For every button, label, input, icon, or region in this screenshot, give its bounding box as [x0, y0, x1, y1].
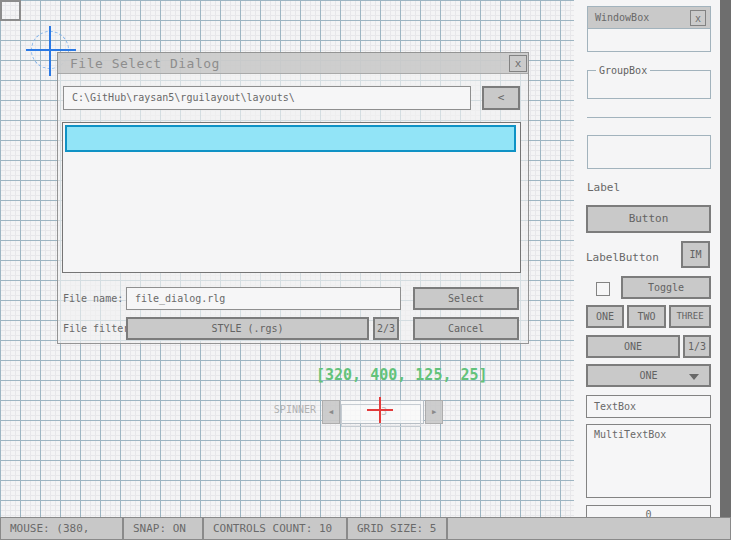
palette-line[interactable]: [587, 117, 711, 118]
file-listview[interactable]: [62, 122, 521, 273]
palette-windowbox[interactable]: WindowBox x: [587, 6, 711, 52]
palette-label[interactable]: Label: [587, 181, 620, 194]
listview-selected-item[interactable]: [65, 125, 516, 152]
status-mouse: MOUSE: (380, 410): [0, 517, 123, 540]
file-name-input[interactable]: file_dialog.rlg: [126, 287, 401, 310]
file-filter-combobox[interactable]: STYLE (.rgs): [126, 317, 369, 340]
controls-palette: WindowBox x GroupBox Label Button LabelB…: [574, 0, 720, 517]
placement-rect-readout: [320, 400, 125, 25]: [316, 366, 516, 384]
status-bar: MOUSE: (380, 410) SNAP: ON CONTROLS COUN…: [0, 517, 731, 540]
status-empty: [447, 517, 731, 540]
chevron-down-icon: [689, 374, 699, 380]
spinner-type-label: SPINNER: [250, 404, 316, 415]
dialog-titlebar[interactable]: File Select Dialog: [58, 53, 528, 74]
path-back-button[interactable]: <: [482, 86, 520, 110]
palette-combobox[interactable]: ONE: [586, 335, 680, 358]
file-filter-label: File filter:: [63, 317, 135, 340]
close-icon[interactable]: x: [509, 55, 527, 72]
file-filter-counter[interactable]: 2/3: [373, 317, 399, 340]
palette-checkbox[interactable]: [596, 282, 610, 296]
groupbox-label: GroupBox: [596, 65, 650, 76]
palette-button[interactable]: Button: [586, 205, 711, 233]
palette-togglegroup-one[interactable]: ONE: [586, 305, 624, 328]
palette-textbox[interactable]: TextBox: [586, 395, 711, 418]
palette-toggle[interactable]: Toggle: [621, 276, 711, 299]
spinner-value: 3: [381, 406, 387, 417]
cancel-button[interactable]: Cancel: [413, 317, 519, 340]
palette-groupbox[interactable]: GroupBox: [587, 70, 711, 99]
windowbox-close-icon: x: [690, 10, 706, 26]
mouse-crosshair-v-icon: [379, 397, 381, 423]
palette-imagebutton[interactable]: IM: [681, 241, 710, 268]
palette-togglegroup-two[interactable]: TWO: [627, 305, 666, 328]
path-textbox[interactable]: C:\GitHub\raysan5\rguilayout\layouts\: [63, 86, 471, 110]
palette-togglegroup-three[interactable]: THREE: [669, 305, 711, 328]
status-grid-size[interactable]: GRID SIZE: 5: [347, 517, 447, 540]
status-snap[interactable]: SNAP: ON: [123, 517, 203, 540]
palette-combobox-counter[interactable]: 1/3: [683, 335, 711, 358]
palette-dropdownbox[interactable]: ONE: [586, 364, 711, 387]
anchor-crosshair-h-icon: [26, 49, 76, 51]
dropdownbox-value: ONE: [639, 370, 657, 381]
file-select-dialog[interactable]: File Select Dialog x C:\GitHub\raysan5\r…: [57, 52, 529, 344]
dialog-title: File Select Dialog: [70, 53, 220, 74]
select-button[interactable]: Select: [413, 287, 519, 310]
palette-multitextbox[interactable]: MultiTextBox: [586, 424, 711, 498]
palette-panel[interactable]: [587, 135, 711, 169]
palette-labelbutton[interactable]: LabelButton: [586, 248, 659, 268]
spinner-left-arrow-icon[interactable]: ◀: [322, 400, 340, 424]
ref-square: [0, 0, 21, 21]
file-name-label: File name:: [63, 287, 123, 310]
anchor-crosshair-v-icon: [49, 26, 51, 76]
window-edge-strip: [720, 0, 731, 517]
status-controls-count: CONTROLS COUNT: 10: [203, 517, 347, 540]
spinner-right-arrow-icon[interactable]: ▶: [425, 400, 443, 424]
